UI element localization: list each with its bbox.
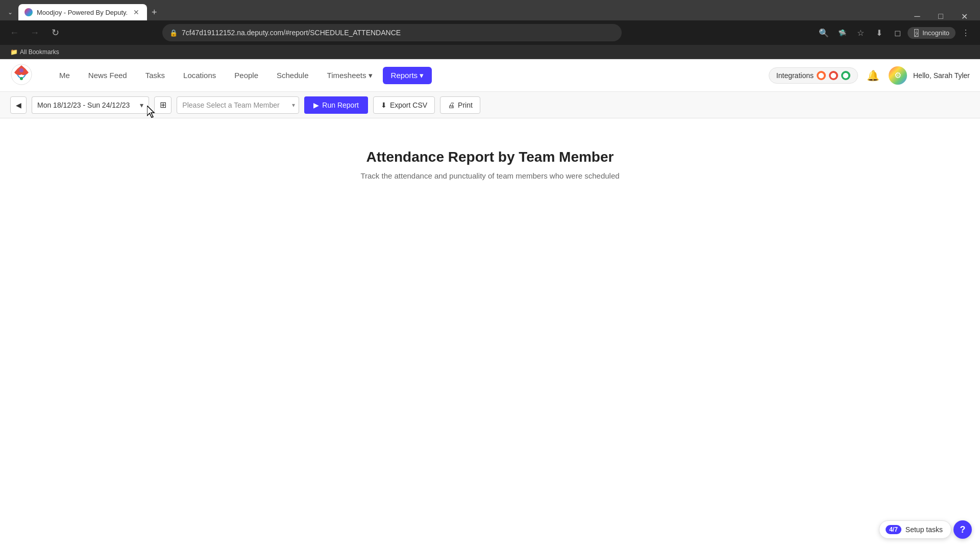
app-navbar: Me News Feed Tasks Locations People Sche… — [0, 59, 980, 92]
greeting-text: Hello, Sarah Tyler — [913, 71, 970, 80]
nav-news-feed[interactable]: News Feed — [80, 67, 135, 84]
settings-btn[interactable]: ⚙ — [889, 66, 907, 85]
tab-favicon — [24, 8, 33, 16]
download-icon: ⬇ — [381, 101, 387, 109]
print-icon: 🖨 — [448, 101, 455, 109]
profile-btn[interactable]: ◻ — [889, 24, 905, 41]
nav-links: Me News Feed Tasks Locations People Sche… — [51, 67, 769, 84]
lock-icon: 🔒 — [169, 29, 178, 37]
print-btn[interactable]: 🖨 Print — [440, 96, 480, 114]
folder-icon: 📁 — [10, 48, 18, 56]
team-member-select[interactable]: Please Select a Team Member — [177, 96, 299, 114]
close-btn[interactable]: ✕ — [952, 9, 976, 23]
nav-schedule[interactable]: Schedule — [268, 67, 317, 84]
expand-view-btn[interactable]: ⊞ — [154, 96, 172, 114]
run-report-label: Run Report — [322, 101, 359, 109]
back-btn[interactable]: ← — [6, 24, 22, 41]
download-btn[interactable]: ⬇ — [871, 24, 887, 41]
date-range-btn[interactable]: Mon 18/12/23 - Sun 24/12/23 — [32, 96, 135, 114]
date-range-text: Mon 18/12/23 - Sun 24/12/23 — [37, 101, 130, 109]
forward-btn[interactable]: → — [27, 24, 43, 41]
nav-timesheets[interactable]: Timesheets ▾ — [319, 67, 381, 84]
bookmark-btn[interactable]: ☆ — [852, 24, 869, 41]
settings-icon: ⚙ — [894, 70, 901, 80]
main-content: Attendance Report by Team Member Track t… — [0, 118, 980, 551]
nav-people[interactable]: People — [226, 67, 266, 84]
expand-icon: ⊞ — [160, 100, 166, 110]
incognito-icon: 🁭 — [914, 29, 919, 37]
address-text: 7cf47d19112152.na.deputy.com/#report/SCH… — [182, 29, 615, 37]
tab-title: Moodjoy - Powered By Deputy. — [37, 9, 128, 16]
nav-me[interactable]: Me — [51, 67, 78, 84]
setup-tasks-label: Setup tasks — [905, 525, 943, 534]
setup-tasks-badge[interactable]: 4/7 Setup tasks — [879, 520, 951, 539]
integration-dot-3: ⬤ — [841, 71, 850, 80]
export-csv-btn[interactable]: ⬇ Export CSV — [373, 96, 435, 114]
bookmarks-folder[interactable]: 📁 All Bookmarks — [6, 47, 63, 57]
new-tab-btn[interactable]: + — [147, 5, 161, 19]
print-label: Print — [458, 101, 473, 109]
app-logo[interactable] — [10, 63, 43, 88]
help-btn[interactable]: ? — [953, 520, 972, 539]
maximize-btn[interactable]: □ — [929, 9, 952, 23]
report-title: Attendance Report by Team Member — [366, 149, 614, 165]
nav-right: Integrations ⬤ ⬤ ⬤ 🔔 ⚙ Hello, Sarah Tyle… — [769, 66, 970, 85]
bookmarks-label: All Bookmarks — [20, 48, 59, 56]
minimize-btn[interactable]: ─ — [905, 9, 929, 23]
incognito-label: Incognito — [922, 29, 949, 37]
nav-reports[interactable]: Reports ▾ — [383, 67, 432, 84]
notifications-btn[interactable]: 🔔 — [864, 66, 883, 85]
integration-dot-1: ⬤ — [817, 71, 826, 80]
report-subtitle: Track the attendance and punctuality of … — [360, 171, 619, 180]
tab-dropdown-btn[interactable]: ⌄ — [4, 5, 16, 19]
help-icon: ? — [960, 524, 966, 535]
export-csv-label: Export CSV — [390, 101, 427, 109]
setup-tasks-count: 4/7 — [886, 525, 901, 534]
date-range-dropdown-btn[interactable]: ▾ — [135, 96, 149, 114]
integration-dot-2: ⬤ — [829, 71, 838, 80]
prev-date-btn[interactable]: ◀ — [10, 96, 27, 114]
refresh-btn[interactable]: ↻ — [47, 24, 63, 41]
active-tab[interactable]: Moodjoy - Powered By Deputy. ✕ — [18, 4, 147, 20]
run-icon: ▶ — [313, 101, 319, 109]
tab-close-btn[interactable]: ✕ — [132, 8, 141, 17]
incognito-badge[interactable]: 🁭 Incognito — [908, 27, 955, 39]
more-btn[interactable]: ⋮ — [958, 24, 974, 41]
chevron-down-icon: ▾ — [140, 101, 143, 109]
team-member-select-wrapper: Please Select a Team Member ▾ — [177, 96, 299, 114]
search-btn[interactable]: 🔍 — [816, 24, 832, 41]
integrations-btn[interactable]: Integrations ⬤ ⬤ ⬤ — [769, 67, 858, 84]
extension-btn[interactable]: 🛸 — [834, 24, 850, 41]
svg-point-2 — [20, 77, 23, 80]
svg-point-1 — [19, 68, 23, 72]
nav-tasks[interactable]: Tasks — [137, 67, 173, 84]
run-report-btn[interactable]: ▶ Run Report — [304, 96, 368, 114]
integrations-label: Integrations — [776, 71, 814, 80]
nav-locations[interactable]: Locations — [175, 67, 224, 84]
report-toolbar: ◀ Mon 18/12/23 - Sun 24/12/23 ▾ ⊞ Please… — [0, 92, 980, 118]
